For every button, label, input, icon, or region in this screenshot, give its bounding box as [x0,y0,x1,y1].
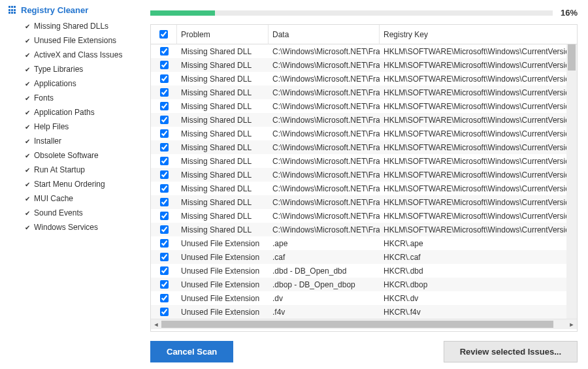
row-checkbox-cell[interactable] [151,236,177,250]
row-checkbox[interactable] [160,102,169,110]
select-all-checkbox[interactable] [159,30,168,39]
sidebar-item[interactable]: ✔Obsolete Software [8,148,135,163]
row-checkbox[interactable] [160,47,169,56]
row-checkbox-cell[interactable] [151,278,177,291]
row-checkbox[interactable] [160,157,169,165]
sidebar-item[interactable]: ✔ActiveX and Class Issues [8,48,135,62]
row-checkbox[interactable] [160,308,169,316]
header-key[interactable]: Registry Key [380,25,577,44]
row-checkbox-cell[interactable] [151,264,177,278]
cell-problem: Unused File Extension [177,305,269,319]
row-checkbox[interactable] [160,116,169,124]
horizontal-scrollbar-thumb[interactable] [161,321,553,328]
row-checkbox[interactable] [160,61,169,69]
sidebar-item-label: Type Libraries [34,63,83,75]
cell-key: HKLM\SOFTWARE\Microsoft\Windows\CurrentV… [380,86,577,99]
row-checkbox[interactable] [160,266,169,275]
check-icon: ✔ [25,122,30,132]
row-checkbox-cell[interactable] [151,182,177,195]
row-checkbox-cell[interactable] [151,209,177,223]
row-checkbox-cell[interactable] [151,99,177,113]
cell-data: C:\Windows\Microsoft.NET\Fra... [269,127,380,140]
row-checkbox[interactable] [160,129,169,138]
button-row: Cancel Scan Review selected Issues... [150,341,578,362]
cell-key: HKLM\SOFTWARE\Microsoft\Windows\CurrentV… [380,113,577,127]
progress-row: 16% [150,8,578,18]
row-checkbox[interactable] [160,143,169,152]
sidebar-item[interactable]: ✔MUI Cache [8,191,135,206]
row-checkbox[interactable] [160,225,169,234]
sidebar-item[interactable]: ✔Application Paths [8,105,135,120]
row-checkbox-cell[interactable] [151,86,177,99]
row-checkbox[interactable] [160,294,169,302]
check-icon: ✔ [25,79,30,89]
row-checkbox-cell[interactable] [151,113,177,127]
row-checkbox[interactable] [160,253,169,261]
row-checkbox[interactable] [160,74,169,83]
scroll-left-arrow-icon[interactable]: ◄ [151,319,161,329]
sidebar-item[interactable]: ✔Run At Startup [8,163,135,177]
row-checkbox-cell[interactable] [151,250,177,264]
row-checkbox-cell[interactable] [151,223,177,236]
check-icon: ✔ [25,93,30,103]
row-checkbox[interactable] [160,170,169,179]
row-checkbox-cell[interactable] [151,291,177,305]
sidebar-item-label: Windows Services [34,221,98,233]
vertical-scrollbar-thumb[interactable] [568,44,576,71]
sidebar-item[interactable]: ✔Windows Services [8,220,135,234]
review-issues-button[interactable]: Review selected Issues... [444,341,578,362]
sidebar-item[interactable]: ✔Installer [8,134,135,148]
row-checkbox-cell[interactable] [151,58,177,72]
sidebar-item[interactable]: ✔Missing Shared DLLs [8,19,135,33]
cell-key: HKCR\.caf [380,250,577,264]
cell-key: HKLM\SOFTWARE\Microsoft\Windows\CurrentV… [380,58,577,72]
scroll-right-arrow-icon[interactable]: ► [566,319,577,329]
row-checkbox-cell[interactable] [151,72,177,86]
check-icon: ✔ [25,136,30,146]
sidebar-item[interactable]: ✔Sound Events [8,206,135,220]
row-checkbox-cell[interactable] [151,154,177,168]
row-checkbox[interactable] [160,212,169,220]
cell-key: HKCR\.dbop [380,278,577,291]
sidebar-item[interactable]: ✔Applications [8,76,135,91]
cell-key: HKLM\SOFTWARE\Microsoft\Windows\CurrentV… [380,168,577,182]
sidebar-item[interactable]: ✔Fonts [8,91,135,105]
cell-key: HKCR\.ape [380,236,577,250]
row-checkbox[interactable] [160,239,169,248]
check-icon: ✔ [25,165,30,175]
cancel-scan-button[interactable]: Cancel Scan [150,341,233,362]
cell-data: C:\Windows\Microsoft.NET\Fra... [269,44,380,58]
sidebar-item[interactable]: ✔Unused File Extensions [8,33,135,48]
cell-data: .f4v [269,305,380,319]
row-checkbox-cell[interactable] [151,127,177,140]
check-icon: ✔ [25,36,30,46]
row-checkbox[interactable] [160,280,169,289]
sidebar-item[interactable]: ✔Type Libraries [8,62,135,76]
cell-problem: Missing Shared DLL [177,58,269,72]
check-icon: ✔ [25,180,30,189]
check-icon: ✔ [25,194,30,204]
sidebar-item[interactable]: ✔Help Files [8,120,135,134]
header-select-all[interactable] [151,25,177,44]
cell-key: HKCR\.dbd [380,264,577,278]
cell-key: HKLM\SOFTWARE\Microsoft\Windows\CurrentV… [380,72,577,86]
header-problem[interactable]: Problem [177,25,269,44]
row-checkbox[interactable] [160,88,169,97]
row-checkbox[interactable] [160,184,169,193]
row-checkbox-cell[interactable] [151,305,177,319]
row-checkbox[interactable] [160,198,169,206]
header-data[interactable]: Data [269,25,380,44]
row-checkbox-cell[interactable] [151,140,177,154]
row-checkbox-cell[interactable] [151,195,177,209]
cell-key: HKLM\SOFTWARE\Microsoft\Windows\CurrentV… [380,182,577,195]
check-icon: ✔ [25,22,30,31]
horizontal-scrollbar[interactable]: ◄ ► [151,319,577,329]
vertical-scrollbar[interactable] [566,44,577,321]
sidebar-item[interactable]: ✔Start Menu Ordering [8,177,135,191]
row-checkbox-cell[interactable] [151,44,177,58]
cell-data: C:\Windows\Microsoft.NET\Fra... [269,58,380,72]
sidebar-header[interactable]: Registry Cleaner [8,5,135,15]
row-checkbox-cell[interactable] [151,168,177,182]
cell-problem: Unused File Extension [177,264,269,278]
cell-problem: Missing Shared DLL [177,223,269,236]
